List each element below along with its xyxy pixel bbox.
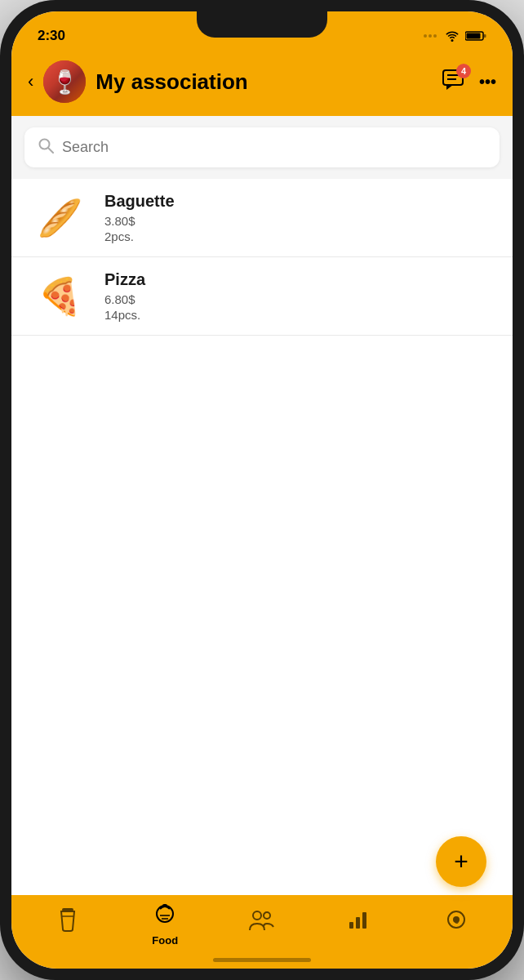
drinks-icon xyxy=(57,906,78,938)
food-list-item[interactable]: 🥖 Baguette 3.80$ 2pcs. xyxy=(11,179,513,257)
food-item-price-1: 6.80$ xyxy=(104,292,493,306)
food-list-item[interactable]: 🍕 Pizza 6.80$ 14pcs. xyxy=(11,257,513,336)
food-item-name-1: Pizza xyxy=(104,270,493,289)
svg-rect-4 xyxy=(467,33,481,39)
svg-rect-20 xyxy=(349,922,353,929)
nav-item-stats[interactable] xyxy=(310,909,407,939)
food-item-qty-1: 14pcs. xyxy=(104,308,493,322)
svg-point-2 xyxy=(433,34,437,38)
page-title: My association xyxy=(95,69,432,95)
search-icon xyxy=(38,137,54,158)
food-list: 🥖 Baguette 3.80$ 2pcs. 🍕 Pizza 6.80$ 14p… xyxy=(11,179,513,895)
svg-rect-22 xyxy=(362,912,366,929)
svg-point-18 xyxy=(253,911,261,920)
battery-icon xyxy=(465,30,486,42)
header-actions: 4 ••• xyxy=(442,69,496,95)
more-button[interactable]: ••• xyxy=(479,73,496,91)
search-input[interactable] xyxy=(62,139,486,156)
food-item-name-0: Baguette xyxy=(104,192,493,211)
back-button[interactable]: ‹ xyxy=(28,71,33,92)
svg-text:€: € xyxy=(454,916,459,925)
status-time: 2:30 xyxy=(38,28,65,44)
svg-point-0 xyxy=(424,34,427,38)
svg-rect-21 xyxy=(356,917,360,929)
food-item-image-0: 🥖 xyxy=(31,198,88,238)
food-item-price-0: 3.80$ xyxy=(104,214,493,228)
food-item-image-1: 🍕 xyxy=(31,276,88,317)
nav-item-drinks[interactable] xyxy=(20,906,117,942)
search-bar[interactable] xyxy=(24,127,500,167)
food-item-info-1: Pizza 6.80$ 14pcs. xyxy=(104,270,493,322)
svg-point-19 xyxy=(264,912,270,919)
food-item-info-0: Baguette 3.80$ 2pcs. xyxy=(104,192,493,243)
signal-icon xyxy=(423,30,439,42)
nav-item-food[interactable]: Food xyxy=(117,901,214,947)
content-area: 🥖 Baguette 3.80$ 2pcs. 🍕 Pizza 6.80$ 14p… xyxy=(11,116,513,895)
svg-rect-5 xyxy=(484,34,486,38)
stats-icon xyxy=(348,909,371,936)
food-icon xyxy=(153,901,177,931)
svg-marker-9 xyxy=(446,85,453,90)
home-indicator xyxy=(213,958,311,962)
svg-line-11 xyxy=(48,148,53,153)
svg-rect-15 xyxy=(162,904,167,907)
nav-item-members[interactable] xyxy=(214,909,311,939)
settings-icon: € xyxy=(445,908,468,937)
wifi-icon xyxy=(444,30,460,42)
food-label: Food xyxy=(152,934,178,947)
food-item-qty-0: 2pcs. xyxy=(104,229,493,243)
notification-button[interactable]: 4 xyxy=(442,69,466,95)
svg-point-1 xyxy=(429,34,432,38)
header: ‹ My association 4 ••• xyxy=(11,54,513,116)
members-icon xyxy=(249,909,275,936)
notification-badge: 4 xyxy=(456,64,471,78)
add-fab-button[interactable]: + xyxy=(436,836,486,887)
status-icons xyxy=(423,30,486,42)
avatar xyxy=(43,60,86,103)
nav-item-settings[interactable]: € xyxy=(407,908,504,940)
svg-point-14 xyxy=(157,906,173,922)
